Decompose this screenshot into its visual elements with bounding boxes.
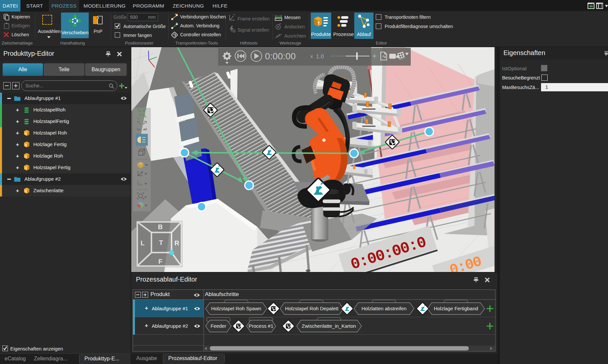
svg-text:T: T [159,239,163,246]
svg-text:B: B [158,223,163,230]
svg-text:T: T [25,144,27,147]
svg-text:T: T [25,190,27,193]
svg-text:T: T [25,132,27,136]
svg-text:R: R [175,239,179,247]
svg-text:T: T [317,21,320,26]
svg-text:T: T [25,167,27,170]
svg-text:L: L [141,239,144,247]
svg-text:1.0: 1.0 [316,53,324,60]
svg-text:0:00:00: 0:00:00 [265,51,296,61]
svg-text:T: T [25,155,27,159]
svg-text:Zwischenlatte_in_Karton: Zwischenlatte_in_Karton [302,323,356,329]
svg-text:Holzstapel Roh Depalett: Holzstapel Roh Depalett [285,306,339,311]
svg-text:F: F [158,258,162,265]
svg-text:Process #1: Process #1 [248,323,273,329]
svg-text:Holzstapel Roh Spawn: Holzstapel Roh Spawn [211,306,261,311]
svg-text:Holzlatten abstreifen: Holzlatten abstreifen [362,306,407,311]
svg-text:Feeder: Feeder [210,323,226,329]
svg-text:x: x [310,53,313,59]
svg-text:Holzlage Fertigband: Holzlage Fertigband [434,306,478,311]
